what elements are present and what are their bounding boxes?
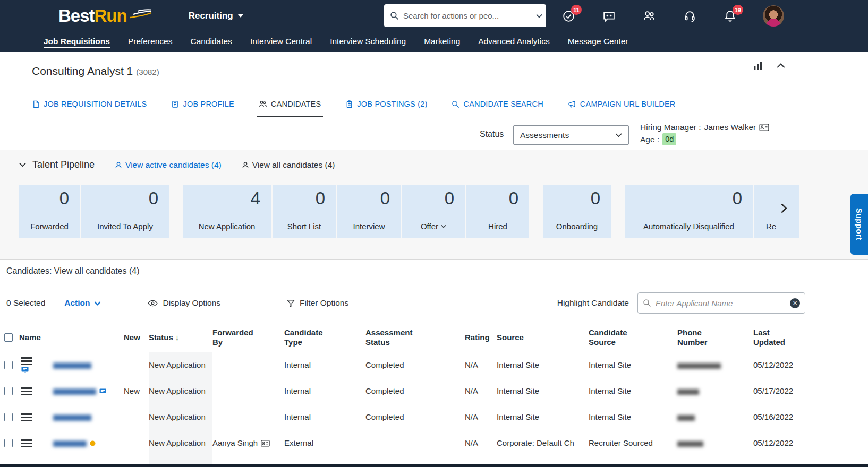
contact-card-icon[interactable]	[261, 440, 270, 447]
column-header-last-updated[interactable]: Last Updated	[753, 323, 815, 352]
people-directory-button[interactable]	[642, 8, 657, 23]
cell-forwarded-by: Aanya Singh	[212, 438, 258, 448]
insights-button[interactable]	[753, 62, 763, 70]
nav-preferences[interactable]: Preferences	[128, 37, 173, 47]
feedback-button[interactable]	[601, 8, 616, 23]
stage-new-application[interactable]: 4 New Application	[183, 185, 271, 238]
column-header-name[interactable]: Name	[19, 323, 124, 352]
tab-job-requisition-details[interactable]: JOB REQUISITION DETAILS	[32, 100, 147, 117]
nav-job-requisitions[interactable]: Job Requisitions	[44, 37, 110, 48]
column-header-source[interactable]: Source	[497, 323, 589, 352]
candidate-name-link[interactable]: ▆▆▆▆▆▆▆▆▆	[53, 386, 96, 396]
column-header-rating[interactable]: Rating	[465, 323, 497, 352]
chevron-down-icon	[615, 133, 622, 137]
row-checkbox[interactable]	[4, 439, 13, 447]
column-header-new[interactable]: New	[124, 323, 149, 352]
cell-candidate-source: Internal Site	[589, 352, 677, 378]
contact-card-icon[interactable]	[759, 124, 769, 131]
nav-message-center[interactable]: Message Center	[568, 37, 628, 47]
stage-interview[interactable]: 0 Interview	[337, 185, 401, 238]
tab-job-profile[interactable]: JOB PROFILE	[171, 100, 234, 117]
collapse-pipeline-button[interactable]	[19, 162, 26, 167]
nav-interview-scheduling[interactable]: Interview Scheduling	[330, 37, 406, 47]
column-header-assessment-status[interactable]: Assessment Status	[365, 323, 465, 352]
stage-automatically-disqualified[interactable]: 0 Automatically Disqualified	[625, 185, 753, 238]
stage-next-truncated[interactable]: Re	[754, 185, 799, 238]
megaphone-icon	[568, 100, 576, 108]
pipeline-title: Talent Pipeline	[32, 159, 95, 170]
table-row: ▆▆▆▆▆▆▆▆▆ New New Application Internal C…	[0, 378, 815, 404]
row-checkbox[interactable]	[4, 413, 13, 421]
row-menu-button[interactable]	[21, 387, 32, 395]
view-active-candidates-link[interactable]: View active candidates (4)	[115, 160, 222, 170]
display-options-button[interactable]: Display Options	[148, 298, 220, 308]
logo-text-best: Best	[58, 6, 95, 26]
action-menu-button[interactable]: Action	[64, 298, 101, 308]
assistance-button[interactable]	[682, 8, 697, 23]
column-header-status[interactable]: Status ↓	[149, 323, 212, 352]
bestrun-logo[interactable]: BestRun	[58, 6, 154, 26]
row-menu-button[interactable]	[21, 413, 32, 421]
collapse-header-button[interactable]	[777, 63, 785, 68]
nav-candidates[interactable]: Candidates	[190, 37, 232, 47]
nav-advanced-analytics[interactable]: Advanced Analytics	[478, 37, 549, 47]
search-icon	[643, 299, 651, 307]
cell-assessment-status: Completed	[365, 352, 465, 378]
cell-status: New Application	[149, 430, 212, 456]
tab-candidate-search[interactable]: CANDIDATE SEARCH	[452, 100, 543, 117]
stage-invited-to-apply[interactable]: 0 Invited To Apply	[81, 185, 169, 238]
candidates-toolbar: 0 Selected Action Display Options Filter…	[0, 283, 868, 323]
candidate-name-link[interactable]: ▆▆▆▆▆▆▆	[53, 438, 87, 448]
cell-phone-redacted: ▆▆▆▆▆▆▆▆▆▆	[677, 360, 721, 370]
page-title: Consulting Analyst 1(3082)	[32, 65, 159, 77]
row-menu-button[interactable]	[21, 357, 32, 365]
module-nav: Job Requisitions Preferences Candidates …	[0, 32, 868, 52]
candidate-name-link[interactable]: ▆▆▆▆▆▆▆▆	[53, 412, 91, 422]
support-tab[interactable]: Support	[850, 194, 868, 255]
search-scope-button[interactable]	[526, 4, 546, 27]
tab-candidates[interactable]: CANDIDATES	[259, 100, 321, 117]
stage-short-list[interactable]: 0 Short List	[273, 185, 336, 238]
view-all-candidates-link[interactable]: View all candidates (4)	[242, 160, 335, 170]
cell-last-updated: 05/12/2022	[753, 430, 815, 456]
stage-hired[interactable]: 0 Hired	[466, 185, 529, 238]
column-header-candidate-source[interactable]: Candidate Source	[589, 323, 677, 352]
pipeline-scroll-right-button[interactable]	[781, 203, 787, 213]
cell-candidate-type: External	[284, 430, 365, 456]
requisition-title: Consulting Analyst 1	[32, 65, 133, 77]
candidate-name-link[interactable]: ▆▆▆▆▆▆▆▆	[53, 360, 91, 370]
cell-candidate-source: Internal Site	[589, 404, 677, 430]
avatar[interactable]	[763, 5, 784, 27]
module-picker[interactable]: Recruiting	[189, 11, 243, 21]
nav-interview-central[interactable]: Interview Central	[250, 37, 312, 47]
hiring-manager-label: Hiring Manager :	[640, 121, 701, 133]
todo-button[interactable]: 11	[561, 8, 576, 23]
chevron-down-icon	[94, 301, 101, 306]
filter-options-button[interactable]: Filter Options	[287, 298, 348, 308]
cell-source: Internal Site	[497, 404, 589, 430]
tab-campaign-url-builder[interactable]: CAMPAIGN URL BUILDER	[568, 100, 676, 117]
tab-job-postings[interactable]: JOB POSTINGS (2)	[345, 100, 427, 117]
global-search-input[interactable]	[399, 11, 526, 20]
cell-candidate-type: Internal	[284, 378, 365, 404]
stage-offer[interactable]: 0 Offer	[402, 185, 465, 238]
stage-onboarding[interactable]: 0 Onboarding	[543, 185, 611, 238]
row-checkbox[interactable]	[4, 361, 13, 369]
row-menu-button[interactable]	[21, 439, 32, 447]
table-row: ▆▆▆▆▆▆▆ New Application Aanya Singh Exte…	[0, 430, 815, 456]
status-select[interactable]: Assessments	[513, 125, 629, 145]
column-header-phone-number[interactable]: Phone Number	[677, 323, 753, 352]
stage-forwarded[interactable]: 0 Forwarded	[19, 185, 80, 238]
row-checkbox[interactable]	[4, 387, 13, 395]
column-header-forwarded-by[interactable]: Forwarded By	[212, 323, 284, 352]
clear-search-button[interactable]: ✕	[790, 298, 800, 308]
status-dot-icon	[90, 440, 96, 446]
nav-marketing[interactable]: Marketing	[424, 37, 460, 47]
select-all-checkbox[interactable]	[4, 333, 13, 342]
notifications-button[interactable]: 19	[722, 8, 737, 23]
age-label: Age :	[640, 133, 659, 145]
column-header-candidate-type[interactable]: Candidate Type	[284, 323, 365, 352]
cell-source: Corporate: Default Ch	[497, 430, 589, 456]
cell-assessment-status: Completed	[365, 404, 465, 430]
applicant-name-input[interactable]	[651, 299, 790, 308]
